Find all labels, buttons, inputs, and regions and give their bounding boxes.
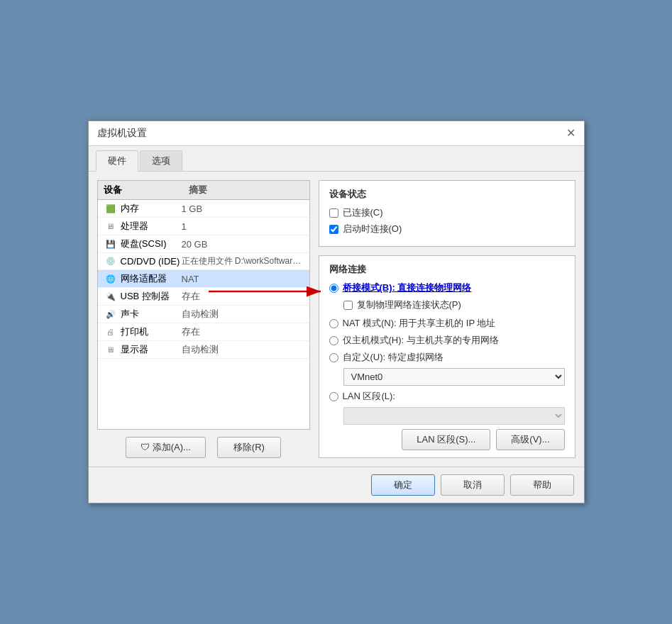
device-row-cpu[interactable]: 🖥 处理器 1 <box>98 218 309 235</box>
cd-icon: 💿 <box>104 256 118 267</box>
lan-label: LAN 区段(L): <box>343 390 395 403</box>
device-row-display[interactable]: 🖥 显示器 自动检测 <box>98 341 309 359</box>
bridge-label: 桥接模式(B): 直接连接物理网络 <box>343 282 472 294</box>
radio-row-nat: NAT 模式(N): 用于共享主机的 IP 地址 <box>329 317 565 330</box>
device-name-cpu: 处理器 <box>121 220 148 233</box>
lan-dropdown-row <box>343 407 565 425</box>
display-icon: 🖥 <box>104 344 118 355</box>
col-header-summary: 摘要 <box>189 184 304 196</box>
device-row-memory[interactable]: 🟩 内存 1 GB <box>98 200 309 218</box>
memory-icon: 🟩 <box>104 203 118 214</box>
left-panel: 设备 摘要 🟩 内存 1 GB 🖥 处理器 1 <box>97 180 310 458</box>
radio-row-hostonly: 仅主机模式(H): 与主机共享的专用网络 <box>329 334 565 347</box>
device-summary-cd: 正在使用文件 D:\workSoftware\Lin... <box>182 255 304 267</box>
left-button-group: 🛡 添加(A)... 移除(R) <box>97 437 310 458</box>
device-name-disk: 硬盘(SCSI) <box>121 238 167 250</box>
radio-bridge[interactable] <box>329 284 338 293</box>
radio-hostonly[interactable] <box>329 336 338 345</box>
right-panel: 设备状态 已连接(C) 启动时连接(O) 网络连接 桥接模式(B): 直接 <box>319 180 575 458</box>
device-row-usb[interactable]: 🔌 USB 控制器 存在 <box>98 288 309 306</box>
device-summary-printer: 存在 <box>182 325 304 338</box>
main-content: 设备 摘要 🟩 内存 1 GB 🖥 处理器 1 <box>89 172 584 467</box>
cpu-icon: 🖥 <box>104 221 118 232</box>
start-connected-checkbox-row: 启动时连接(O) <box>329 223 565 235</box>
radio-row-bridge: 桥接模式(B): 直接连接物理网络 <box>329 282 565 294</box>
device-table: 设备 摘要 🟩 内存 1 GB 🖥 处理器 1 <box>97 180 310 430</box>
tab-options[interactable]: 选项 <box>140 150 182 171</box>
close-button[interactable]: ✕ <box>566 128 575 139</box>
device-summary-sound: 自动检测 <box>182 308 304 321</box>
disk-icon: 💾 <box>104 238 118 250</box>
replicate-checkbox[interactable] <box>343 301 353 310</box>
ok-button[interactable]: 确定 <box>371 474 435 496</box>
connected-checkbox-row: 已连接(C) <box>329 206 565 219</box>
device-row-sound[interactable]: 🔊 声卡 自动检测 <box>98 306 309 323</box>
lan-segments-button[interactable]: LAN 区段(S)... <box>402 429 490 450</box>
connected-checkbox[interactable] <box>329 208 338 218</box>
remove-button[interactable]: 移除(R) <box>217 437 281 458</box>
device-table-header: 设备 摘要 <box>98 181 309 200</box>
help-button[interactable]: 帮助 <box>510 474 574 496</box>
tab-bar: 硬件 选项 <box>89 146 584 172</box>
radio-nat[interactable] <box>329 319 338 328</box>
device-row-network[interactable]: 🌐 网络适配器 NAT <box>98 270 309 288</box>
printer-icon: 🖨 <box>104 326 118 338</box>
network-action-buttons: LAN 区段(S)... 高级(V)... <box>329 429 565 450</box>
network-connection-section: 网络连接 桥接模式(B): 直接连接物理网络 <box>319 255 575 458</box>
radio-row-lan: LAN 区段(L): <box>329 390 565 403</box>
start-connected-checkbox[interactable] <box>329 225 338 234</box>
radio-custom[interactable] <box>329 353 338 362</box>
network-icon: 🌐 <box>104 273 118 284</box>
add-button[interactable]: 🛡 添加(A)... <box>126 437 206 458</box>
device-summary-display: 自动检测 <box>182 343 304 356</box>
dialog-title: 虚拟机设置 <box>97 127 147 140</box>
device-row-disk[interactable]: 💾 硬盘(SCSI) 20 GB <box>98 235 309 253</box>
device-summary-network: NAT <box>182 274 304 284</box>
sound-icon: 🔊 <box>104 308 118 320</box>
title-bar: 虚拟机设置 ✕ <box>89 121 584 146</box>
replicate-label: 复制物理网络连接状态(P) <box>357 299 461 311</box>
device-summary-usb: 存在 <box>182 290 304 303</box>
vmnet-dropdown[interactable]: VMnet0 <box>343 368 565 386</box>
radio-row-custom: 自定义(U): 特定虚拟网络 <box>329 351 565 364</box>
device-name-cd: CD/DVD (IDE) <box>121 256 180 267</box>
hostonly-label: 仅主机模式(H): 与主机共享的专用网络 <box>343 334 499 347</box>
device-summary-cpu: 1 <box>182 221 304 232</box>
custom-label: 自定义(U): 特定虚拟网络 <box>343 351 444 364</box>
radio-lan[interactable] <box>329 392 338 401</box>
replicate-checkbox-row: 复制物理网络连接状态(P) <box>343 299 565 311</box>
device-name-sound: 声卡 <box>121 308 139 321</box>
virtual-machine-settings-dialog: 虚拟机设置 ✕ 硬件 选项 设备 摘要 🟩 内存 1 GB <box>88 121 585 503</box>
device-status-section: 设备状态 已连接(C) 启动时连接(O) <box>319 180 575 247</box>
nat-label: NAT 模式(N): 用于共享主机的 IP 地址 <box>343 317 496 330</box>
cancel-button[interactable]: 取消 <box>441 474 505 496</box>
device-name-network: 网络适配器 <box>121 272 167 285</box>
device-row-cd[interactable]: 💿 CD/DVD (IDE) 正在使用文件 D:\workSoftware\Li… <box>98 253 309 270</box>
start-connected-label: 启动时连接(O) <box>343 223 402 235</box>
network-section-title: 网络连接 <box>329 263 565 276</box>
connected-label: 已连接(C) <box>343 206 383 219</box>
advanced-button[interactable]: 高级(V)... <box>496 429 564 450</box>
device-status-title: 设备状态 <box>329 188 565 201</box>
device-summary-disk: 20 GB <box>182 239 304 250</box>
device-name-printer: 打印机 <box>121 325 148 338</box>
tab-hardware[interactable]: 硬件 <box>96 150 138 172</box>
device-name-memory: 内存 <box>121 202 139 215</box>
device-row-printer[interactable]: 🖨 打印机 存在 <box>98 323 309 341</box>
device-summary-memory: 1 GB <box>182 204 304 214</box>
bridge-option-wrapper: 桥接模式(B): 直接连接物理网络 <box>329 282 565 294</box>
col-header-device: 设备 <box>104 184 189 196</box>
usb-icon: 🔌 <box>104 291 118 302</box>
vmnet-dropdown-row: VMnet0 <box>343 368 565 386</box>
dialog-footer: 确定 取消 帮助 <box>89 467 584 503</box>
lan-dropdown[interactable] <box>343 407 565 425</box>
device-name-usb: USB 控制器 <box>121 290 170 303</box>
device-name-display: 显示器 <box>121 343 148 356</box>
